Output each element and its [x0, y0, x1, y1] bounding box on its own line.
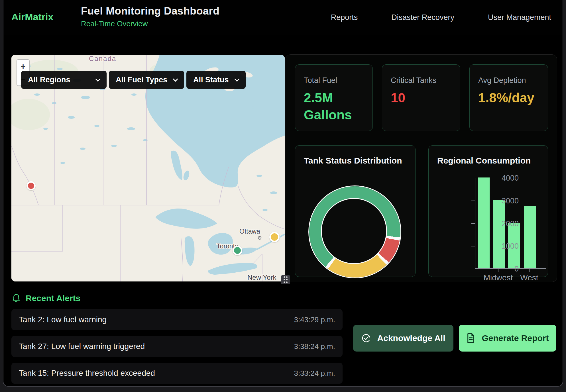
alert-timestamp: 3:43:29 p.m.	[294, 315, 335, 324]
alert-row: Tank 15: Pressure threshold exceeded 3:3…	[11, 363, 343, 384]
x-axis-tick-mark	[498, 269, 498, 272]
chevron-down-icon	[234, 76, 239, 81]
regional-consumption-chart-card: Regional Consumption 40003000200010000Mi…	[428, 145, 548, 277]
alert-row: Tank 27: Low fuel warning triggered 3:38…	[11, 336, 343, 357]
map-label-canada: Canada	[89, 55, 116, 62]
generate-report-button[interactable]: Generate Report	[459, 325, 556, 352]
brand-logo: AirMatrix	[11, 11, 53, 23]
tank-marker-normal[interactable]	[233, 246, 242, 255]
nav-disaster-recovery[interactable]: Disaster Recovery	[391, 13, 454, 22]
alert-text: Tank 15: Pressure threshold exceeded	[19, 369, 155, 378]
header: AirMatrix Fuel Monitoring Dashboard Real…	[3, 0, 563, 35]
metrics-panel: Total Fuel 2.5M Gallons Critical Tanks 1…	[286, 54, 557, 282]
alerts-header: Recent Alerts	[12, 293, 80, 303]
y-axis-tick-mark	[471, 246, 475, 246]
page-title: Fuel Monitoring Dashboard	[81, 5, 219, 17]
status-filter-dropdown[interactable]: All Status	[186, 71, 246, 89]
alert-timestamp: 3:38:24 p.m.	[294, 342, 335, 351]
stat-label: Total Fuel	[304, 76, 364, 85]
y-axis-tick-mark	[471, 269, 475, 269]
y-axis-tick-label: 4000	[493, 174, 519, 183]
check-circle-icon	[361, 333, 371, 343]
tank-status-chart-card: Tank Status Distribution	[295, 145, 416, 277]
stat-value: 10	[391, 89, 451, 107]
main-nav: Reports Disaster Recovery User Managemen…	[331, 0, 551, 35]
stat-label: Avg Depletion	[478, 76, 539, 85]
document-icon	[466, 333, 475, 343]
acknowledge-all-label: Acknowledge All	[377, 333, 445, 343]
chevron-down-icon	[173, 76, 178, 81]
bell-icon	[12, 294, 21, 303]
fuel-type-filter-value: All Fuel Types	[116, 75, 167, 84]
map-filters: All Regions All Fuel Types All Status	[21, 71, 246, 89]
y-axis-tick-mark	[471, 223, 475, 224]
tank-marker-warning[interactable]	[269, 232, 280, 242]
y-axis-tick-label: 2000	[493, 219, 519, 228]
chart-title: Tank Status Distribution	[304, 156, 402, 166]
doughnut-hole	[321, 198, 387, 264]
fuel-type-filter-dropdown[interactable]: All Fuel Types	[109, 71, 184, 89]
nav-user-management[interactable]: User Management	[488, 13, 551, 22]
bar-0	[478, 177, 490, 268]
stat-card-avg-depletion: Avg Depletion 1.8%/day	[469, 64, 548, 131]
plus-icon: +	[21, 62, 26, 71]
stat-card-total-fuel: Total Fuel 2.5M Gallons	[295, 64, 373, 131]
bar-West	[524, 206, 536, 268]
alert-timestamp: 3:33:24 p.m.	[294, 369, 335, 378]
stat-value: 2.5M Gallons	[304, 89, 364, 124]
x-axis-tick-label: West	[509, 273, 549, 282]
y-axis-tick-label: 0	[493, 265, 519, 273]
acknowledge-all-button[interactable]: Acknowledge All	[353, 325, 453, 352]
bar-Midwest	[493, 200, 505, 268]
bar-chart: 40003000200010000MidwestWest	[429, 146, 548, 277]
region-filter-dropdown[interactable]: All Regions	[21, 71, 107, 89]
alert-text: Tank 27: Low fuel warning triggered	[19, 342, 145, 351]
y-axis-tick-mark	[471, 178, 475, 178]
generate-report-label: Generate Report	[482, 333, 549, 343]
map-label-new-york: New York	[247, 273, 276, 281]
alert-text: Tank 2: Low fuel warning	[19, 315, 107, 324]
alert-row: Tank 2: Low fuel warning 3:43:29 p.m.	[11, 309, 343, 330]
status-filter-value: All Status	[193, 75, 229, 84]
y-axis-tick-mark	[471, 201, 475, 201]
chevron-down-icon	[95, 76, 100, 81]
stat-value: 1.8%/day	[478, 89, 539, 107]
nav-reports[interactable]: Reports	[331, 13, 358, 22]
tank-marker-critical[interactable]	[27, 181, 36, 190]
map-label-ottawa: Ottawa	[239, 228, 260, 235]
drag-handle-icon[interactable]	[281, 275, 290, 284]
app-window: AirMatrix Fuel Monitoring Dashboard Real…	[3, 0, 563, 387]
page-subtitle: Real-Time Overview	[81, 19, 219, 28]
stat-card-critical-tanks: Critical Tanks 10	[382, 64, 460, 131]
map[interactable]: Canada Ottawa Toronto New York + − All	[11, 55, 285, 281]
doughnut-chart	[309, 186, 400, 277]
stat-label: Critical Tanks	[391, 76, 451, 85]
region-filter-value: All Regions	[28, 75, 70, 84]
y-axis-tick-label: 3000	[493, 197, 519, 205]
x-axis-tick-mark	[529, 269, 530, 272]
alerts-title: Recent Alerts	[26, 293, 80, 303]
y-axis-tick-label: 1000	[493, 242, 519, 251]
title-block: Fuel Monitoring Dashboard Real-Time Over…	[81, 5, 219, 28]
